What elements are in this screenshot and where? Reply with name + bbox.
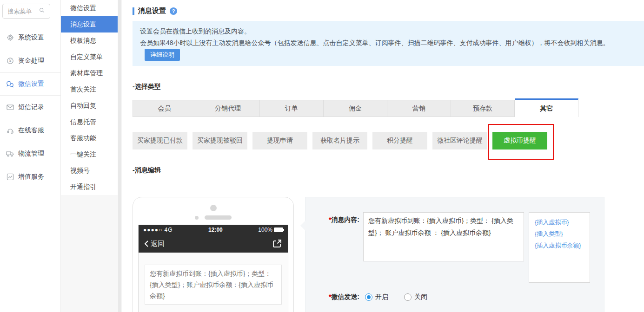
panel-notch	[300, 221, 305, 231]
submenu-item-guide[interactable]: 开通指引	[61, 179, 118, 195]
submenu-item-info-hosting[interactable]: 信息托管	[61, 114, 118, 130]
submenu-item-auto-reply[interactable]: 自动回复	[61, 98, 118, 114]
btn-withdraw-apply[interactable]: 提现申请	[252, 132, 307, 150]
back-chevron-icon	[144, 240, 149, 247]
gear-icon	[6, 34, 14, 42]
notice-line2: 会员如果48小时以上没有主动发消息给公众号（包括发送信息、点击自定义菜单、订阅事…	[140, 39, 610, 46]
phone-mockup: ●●●●○ 4G 12:00 100% 返回	[133, 197, 294, 312]
message-edit-area: ●●●●○ 4G 12:00 100% 返回	[133, 197, 644, 312]
insert-link-virtual-currency[interactable]: {插入虚拟币}	[535, 216, 584, 228]
sidebar-item-label: 微信设置	[18, 80, 44, 88]
main-content: 消息设置 ? 设置会员在微信上收到的消息及内容。 会员如果48小时以上没有主动发…	[122, 0, 644, 312]
radio-on-icon[interactable]	[365, 293, 372, 301]
btn-community-comment-reminder[interactable]: 微社区评论提醒	[432, 132, 487, 150]
sidebar-item-label: 物流管理	[18, 150, 44, 158]
btn-namecard-tip[interactable]: 获取名片提示	[312, 132, 367, 150]
chart-icon	[6, 173, 14, 181]
wechat-send-row: *微信发送: 开启 关闭	[317, 293, 604, 301]
sidebar-item-label: 资金处理	[18, 57, 44, 65]
speaker-bar	[205, 215, 232, 220]
btn-withdraw-paid[interactable]: 买家提现已付款	[133, 132, 187, 150]
submenu-item-message-settings[interactable]: 消息设置	[61, 16, 118, 32]
btn-virtual-currency-reminder[interactable]: 虚拟币提醒	[492, 132, 547, 150]
headset-icon	[6, 127, 14, 135]
submenu-item-first-follow[interactable]: 首次关注	[61, 81, 118, 98]
type-tabs: 会员 分销代理 订单 佣金 营销 预存款 其它	[133, 98, 644, 117]
submenu-list: 微信设置 消息设置 模板消息 自定义菜单 素材库管理 首次关注 自动回复 信息托…	[61, 0, 118, 195]
tab-distribution[interactable]: 分销代理	[196, 100, 260, 117]
btn-withdraw-rejected[interactable]: 买家提现被驳回	[193, 132, 247, 150]
tab-deposit[interactable]: 预存款	[451, 100, 515, 117]
submenu-item-custom-menu[interactable]: 自定义菜单	[61, 49, 118, 65]
insert-link-balance[interactable]: {插入虚拟币余额}	[535, 240, 584, 251]
notice-line1: 设置会员在微信上收到的消息及内容。	[140, 26, 637, 37]
submenu-item-template-message[interactable]: 模板消息	[61, 32, 118, 49]
app-window: 系统设置 ¥ 资金处理 微信设置 短信记录	[0, 0, 644, 312]
back-button[interactable]: 返回	[151, 240, 165, 248]
sidebar-item-label: 增值服务	[18, 173, 44, 181]
sidebar-item-wechat-settings[interactable]: 微信设置	[0, 72, 60, 96]
search-icon	[39, 7, 45, 15]
message-content-textarea[interactable]: 您有新虚拟币到账：{插入虚拟币}；类型： {插入类型}； 账户虚拟币余额 ： {…	[363, 212, 524, 261]
svg-text:¥: ¥	[8, 58, 12, 63]
notice-box: 设置会员在微信上收到的消息及内容。 会员如果48小时以上没有主动发消息给公众号（…	[133, 21, 644, 66]
tab-order[interactable]: 订单	[260, 100, 324, 117]
submenu-item-video-account[interactable]: 视频号	[61, 162, 118, 179]
select-type-heading: -选择类型	[133, 83, 644, 91]
insert-link-type[interactable]: {插入类型}	[535, 228, 584, 240]
notice-line2-row: 会员如果48小时以上没有主动发消息给公众号（包括发送信息、点击自定义菜单、订阅事…	[140, 37, 637, 61]
submenu-item-wechat-settings[interactable]: 微信设置	[61, 0, 118, 16]
btn-points-reminder[interactable]: 积分提醒	[372, 132, 427, 150]
message-edit-form: *消息内容: 您有新虚拟币到账：{插入虚拟币}；类型： {插入类型}； 账户虚拟…	[305, 197, 604, 312]
radio-off-label: 关闭	[414, 293, 427, 301]
radio-option-off[interactable]: 关闭	[404, 293, 427, 301]
help-icon[interactable]: ?	[170, 7, 177, 15]
sidebar-item-system-settings[interactable]: 系统设置	[0, 26, 60, 49]
submenu-item-service-function[interactable]: 客服功能	[61, 130, 118, 146]
phone-nav-bar: 返回	[139, 235, 288, 253]
submenu-item-material-library[interactable]: 素材库管理	[61, 65, 118, 81]
sidebar-item-sms-records[interactable]: 短信记录	[0, 96, 60, 119]
search-input[interactable]	[8, 8, 37, 15]
sidebar-item-funds-processing[interactable]: ¥ 资金处理	[0, 49, 60, 72]
battery-percent: 100%	[258, 227, 272, 233]
tab-marketing[interactable]: 营销	[387, 100, 451, 117]
radio-off-icon[interactable]	[404, 293, 412, 301]
tab-other[interactable]: 其它	[515, 98, 578, 117]
message-edit-heading: -消息编辑	[133, 166, 644, 175]
page-title: 消息设置	[138, 6, 166, 15]
wechat-send-label: *微信发送:	[317, 293, 359, 301]
battery-icon	[274, 228, 283, 232]
envelope-icon	[6, 104, 14, 111]
submenu-scrollbar[interactable]	[118, 0, 121, 312]
title-accent-bar	[133, 7, 134, 15]
tab-commission[interactable]: 佣金	[324, 100, 387, 117]
signal-text: ●●●●○ 4G	[143, 227, 173, 233]
message-preview: 您有新虚拟币到账：{插入虚拟币}；类型：{插入类型}；账户虚拟币余额：{插入虚拟…	[145, 265, 282, 305]
status-bar: ●●●●○ 4G 12:00 100%	[139, 225, 288, 235]
sidebar-item-label: 短信记录	[18, 103, 44, 111]
sidebar-item-online-service[interactable]: 在线客服	[0, 119, 60, 142]
sidebar-item-logistics[interactable]: 物流管理	[0, 142, 60, 165]
radio-on-label: 开启	[375, 293, 388, 301]
radio-option-on[interactable]: 开启	[365, 293, 388, 301]
insert-panel: {插入虚拟币} {插入类型} {插入虚拟币余额}	[529, 212, 590, 283]
wechat-icon	[6, 80, 14, 88]
camera-dot	[195, 216, 199, 220]
virtual-currency-button-wrap: 虚拟币提醒	[492, 132, 547, 150]
menu-search-box[interactable]	[2, 4, 50, 19]
submenu-item-one-key-follow[interactable]: 一键关注	[61, 146, 118, 162]
page-title-row: 消息设置 ?	[133, 6, 644, 15]
type-buttons-row: 买家提现已付款 买家提现被驳回 提现申请 获取名片提示 积分提醒 微社区评论提醒…	[133, 132, 644, 150]
message-content-label: *消息内容:	[317, 212, 359, 224]
sidebar-item-label: 在线客服	[18, 126, 44, 135]
detail-button[interactable]: 详细说明	[145, 49, 180, 61]
share-icon[interactable]	[272, 239, 282, 248]
sidebar-item-label: 系统设置	[18, 33, 44, 42]
primary-nav: 系统设置 ¥ 资金处理 微信设置 短信记录	[0, 26, 60, 188]
tab-member[interactable]: 会员	[133, 100, 196, 117]
camera-row	[133, 215, 293, 220]
phone-screen-content: 您有新虚拟币到账：{插入虚拟币}；类型：{插入类型}；账户虚拟币余额：{插入虚拟…	[139, 253, 288, 312]
phone-screen: ●●●●○ 4G 12:00 100% 返回	[138, 225, 288, 312]
sidebar-item-value-added[interactable]: 增值服务	[0, 165, 60, 188]
